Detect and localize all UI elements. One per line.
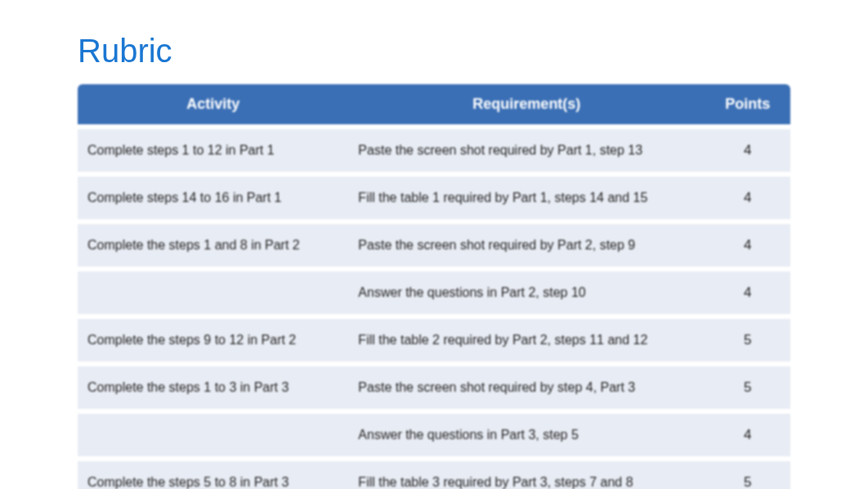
table-row: Answer the questions in Part 3, step 5 4 bbox=[78, 409, 790, 456]
activity-cell: Complete the steps 1 to 3 in Part 3 bbox=[78, 361, 348, 409]
requirement-cell: Paste the screen shot required by step 4… bbox=[348, 361, 705, 409]
table-header-row: Activity Requirement(s) Points bbox=[78, 84, 790, 124]
activity-cell: Complete the steps 5 to 8 in Part 3 bbox=[78, 456, 348, 489]
activity-cell: Complete steps 1 to 12 in Part 1 bbox=[78, 124, 348, 172]
requirement-cell: Answer the questions in Part 3, step 5 bbox=[348, 409, 705, 456]
table-row: Complete the steps 5 to 8 in Part 3 Fill… bbox=[78, 456, 790, 489]
rubric-table-container: Activity Requirement(s) Points Complete … bbox=[78, 84, 790, 489]
table-row: Complete the steps 9 to 12 in Part 2 Fil… bbox=[78, 314, 790, 361]
table-row: Complete steps 14 to 16 in Part 1 Fill t… bbox=[78, 172, 790, 219]
points-cell: 4 bbox=[705, 267, 790, 314]
points-cell: 5 bbox=[705, 361, 790, 409]
header-activity: Activity bbox=[78, 84, 348, 124]
table-row: Answer the questions in Part 2, step 10 … bbox=[78, 267, 790, 314]
requirement-cell: Answer the questions in Part 2, step 10 bbox=[348, 267, 705, 314]
table-row: Complete steps 1 to 12 in Part 1 Paste t… bbox=[78, 124, 790, 172]
requirement-cell: Fill the table 1 required by Part 1, ste… bbox=[348, 172, 705, 219]
header-requirement: Requirement(s) bbox=[348, 84, 705, 124]
requirement-cell: Fill the table 2 required by Part 2, ste… bbox=[348, 314, 705, 361]
points-cell: 4 bbox=[705, 219, 790, 267]
points-cell: 5 bbox=[705, 314, 790, 361]
points-cell: 5 bbox=[705, 456, 790, 489]
points-cell: 4 bbox=[705, 172, 790, 219]
requirement-cell: Paste the screen shot required by Part 2… bbox=[348, 219, 705, 267]
activity-cell: Complete the steps 9 to 12 in Part 2 bbox=[78, 314, 348, 361]
activity-cell bbox=[78, 267, 348, 314]
activity-cell: Complete steps 14 to 16 in Part 1 bbox=[78, 172, 348, 219]
header-points: Points bbox=[705, 84, 790, 124]
activity-cell bbox=[78, 409, 348, 456]
table-row: Complete the steps 1 and 8 in Part 2 Pas… bbox=[78, 219, 790, 267]
points-cell: 4 bbox=[705, 409, 790, 456]
requirement-cell: Fill the table 3 required by Part 3, ste… bbox=[348, 456, 705, 489]
points-cell: 4 bbox=[705, 124, 790, 172]
page-title: Rubric bbox=[78, 33, 790, 70]
rubric-table: Activity Requirement(s) Points Complete … bbox=[78, 84, 790, 489]
requirement-cell: Paste the screen shot required by Part 1… bbox=[348, 124, 705, 172]
table-row: Complete the steps 1 to 3 in Part 3 Past… bbox=[78, 361, 790, 409]
activity-cell: Complete the steps 1 and 8 in Part 2 bbox=[78, 219, 348, 267]
